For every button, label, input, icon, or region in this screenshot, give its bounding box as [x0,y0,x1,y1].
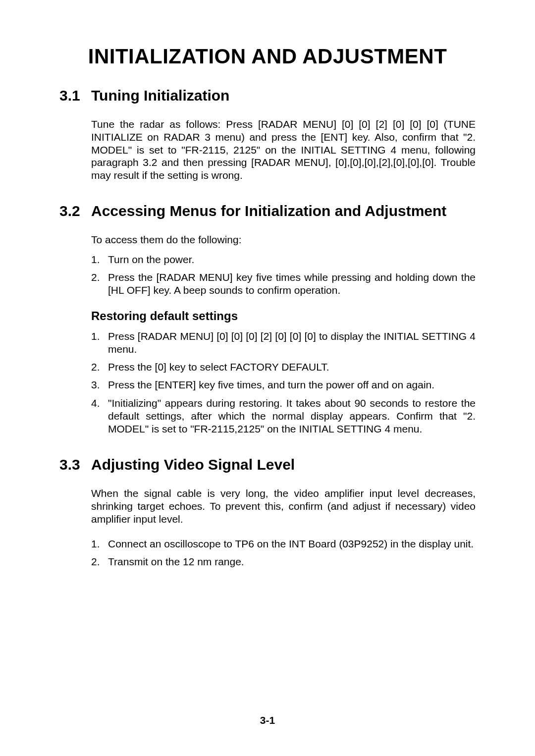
list-item: Press [RADAR MENU] [0] [0] [0] [2] [0] [… [91,330,476,356]
section-3-1-body: Tune the radar as follows: Press [RADAR … [91,118,476,182]
ordered-list: Turn on the power. Press the [RADAR MENU… [91,253,476,297]
section-3-2-heading: 3.2 Accessing Menus for Initialization a… [59,203,476,219]
list-item: Connect an oscilloscope to TP6 on the IN… [91,538,476,550]
list-item: Press the [ENTER] key five times, and tu… [91,378,476,391]
list-item: Turn on the power. [91,253,476,266]
section-title: Tuning Initialization [91,87,476,104]
page-number: 3-1 [0,714,535,726]
list-item: Press the [0] key to select FACTORY DEFA… [91,361,476,374]
paragraph: To access them do the following: [91,233,476,246]
list-item: "Initializing" appears during restoring.… [91,397,476,436]
list-item: Transmit on the 12 nm range. [91,555,476,568]
section-number: 3.2 [59,203,91,219]
section-number: 3.1 [59,87,91,104]
ordered-list: Press [RADAR MENU] [0] [0] [0] [2] [0] [… [91,330,476,436]
document-page: INITIALIZATION AND ADJUSTMENT 3.1 Tuning… [0,0,535,756]
main-title: INITIALIZATION AND ADJUSTMENT [59,45,476,68]
section-3-3-body: When the signal cable is very long, the … [91,487,476,568]
section-3-3-heading: 3.3 Adjusting Video Signal Level [59,456,476,473]
section-title: Accessing Menus for Initialization and A… [91,203,476,219]
section-title: Adjusting Video Signal Level [91,456,476,473]
section-3-2-body: To access them do the following: Turn on… [91,233,476,435]
ordered-list: Connect an oscilloscope to TP6 on the IN… [91,538,476,569]
section-3-1-heading: 3.1 Tuning Initialization [59,87,476,104]
list-item: Press the [RADAR MENU] key five times wh… [91,271,476,297]
paragraph: When the signal cable is very long, the … [91,487,476,525]
subsection-heading: Restoring default settings [91,309,476,323]
section-number: 3.3 [59,456,91,473]
paragraph: Tune the radar as follows: Press [RADAR … [91,118,476,182]
